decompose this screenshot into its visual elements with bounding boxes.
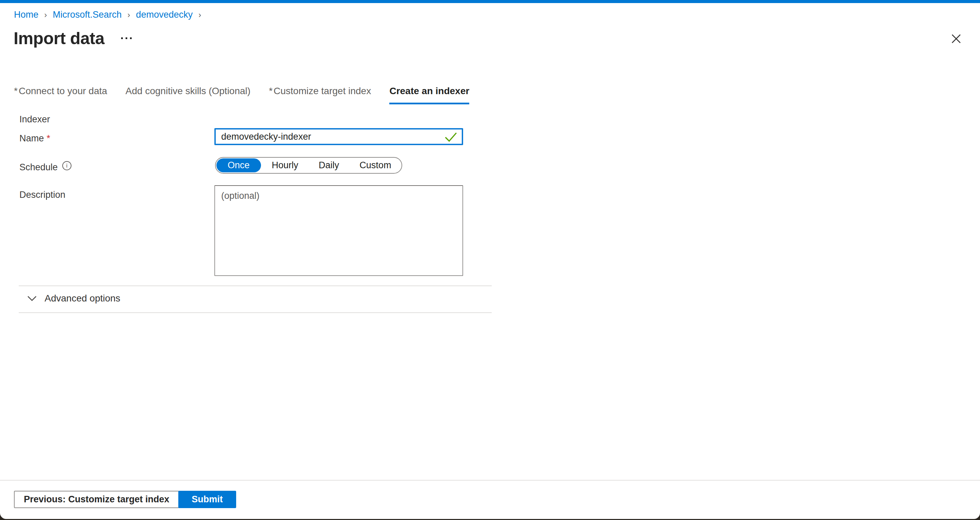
page-title: Import data: [14, 29, 105, 48]
tab-label: Add cognitive skills (Optional): [126, 86, 250, 96]
tab-required-marker: *: [269, 86, 272, 96]
schedule-option-daily[interactable]: Daily: [309, 158, 350, 173]
required-asterisk: *: [47, 133, 50, 143]
breadcrumb-separator-icon: ›: [44, 10, 47, 20]
breadcrumb-separator-icon: ›: [198, 10, 201, 20]
wizard-tabs: *Connect to your data Add cognitive skil…: [14, 86, 469, 104]
tab-required-marker: *: [14, 86, 18, 96]
more-icon: [130, 37, 132, 39]
tab-connect-to-your-data[interactable]: *Connect to your data: [14, 86, 107, 104]
import-data-blade: Home › Microsoft.Search › demovedecky › …: [0, 0, 980, 519]
indexer-name-input[interactable]: [215, 128, 463, 145]
tab-label: Customize target index: [274, 86, 371, 96]
close-blade-button[interactable]: [950, 32, 963, 46]
tab-add-cognitive-skills[interactable]: Add cognitive skills (Optional): [126, 86, 250, 104]
breadcrumb-home-link[interactable]: Home: [14, 10, 38, 20]
schedule-option-once[interactable]: Once: [216, 159, 261, 172]
tab-customize-target-index[interactable]: *Customize target index: [269, 86, 371, 104]
portal-accent-bar: [0, 0, 980, 3]
schedule-field-label: Schedule: [19, 162, 58, 173]
schedule-option-custom[interactable]: Custom: [350, 158, 401, 173]
tab-label: Connect to your data: [19, 86, 107, 96]
divider: [19, 312, 492, 313]
name-label-text: Name: [19, 133, 44, 143]
tab-create-an-indexer[interactable]: Create an indexer: [389, 86, 469, 104]
indexer-section-label: Indexer: [19, 114, 50, 125]
breadcrumb-demovedecky-link[interactable]: demovedecky: [136, 10, 193, 20]
advanced-options-toggle[interactable]: Advanced options: [27, 293, 121, 304]
divider: [19, 285, 492, 286]
chevron-down-icon: [27, 295, 37, 301]
description-textarea[interactable]: [215, 185, 463, 276]
breadcrumb-separator-icon: ›: [127, 10, 130, 20]
info-icon[interactable]: i: [62, 161, 72, 170]
validation-success-icon: [444, 132, 457, 143]
submit-button[interactable]: Submit: [178, 491, 236, 508]
advanced-options-label: Advanced options: [45, 293, 121, 304]
footer-divider: [0, 480, 980, 480]
info-glyph: i: [66, 162, 68, 169]
name-field-label: Name*: [19, 133, 50, 144]
breadcrumb-microsoft-search-link[interactable]: Microsoft.Search: [53, 10, 122, 20]
close-icon: [950, 33, 962, 44]
more-actions-button[interactable]: [119, 35, 134, 41]
breadcrumb: Home › Microsoft.Search › demovedecky ›: [14, 10, 207, 20]
previous-step-button[interactable]: Previous: Customize target index: [14, 491, 179, 508]
schedule-option-hourly[interactable]: Hourly: [262, 158, 309, 173]
more-icon: [126, 37, 127, 39]
schedule-segmented-control: Once Hourly Daily Custom: [215, 157, 402, 174]
description-field-label: Description: [19, 190, 65, 200]
more-icon: [121, 37, 123, 39]
tab-label: Create an indexer: [389, 86, 469, 96]
